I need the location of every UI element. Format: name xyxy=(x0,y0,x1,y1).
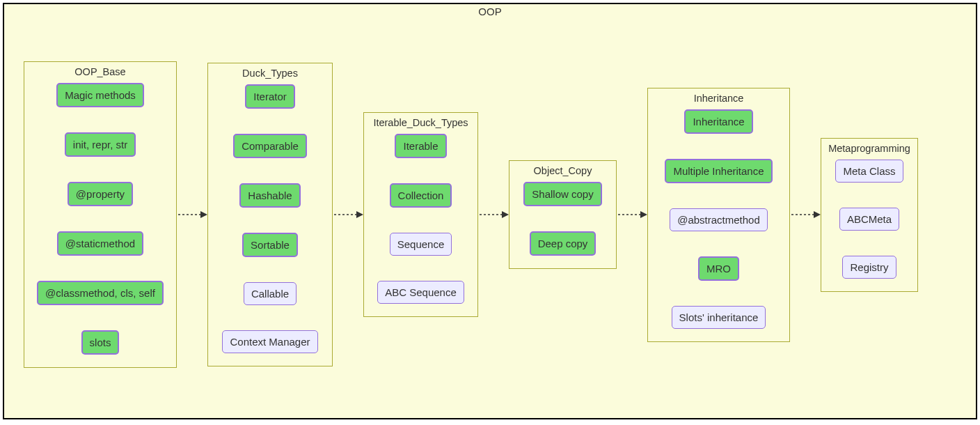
node-deep-copy[interactable]: Deep copy xyxy=(530,231,596,256)
node-hashable[interactable]: Hashable xyxy=(239,183,300,208)
node-iterator[interactable]: Iterator xyxy=(245,84,295,109)
col-metaprogramming: Metaprogramming Meta Class ABCMeta Regis… xyxy=(821,138,918,292)
node-meta-class[interactable]: Meta Class xyxy=(835,160,903,183)
group-object-copy: Object_Copy Shallow copy Deep copy xyxy=(509,160,617,269)
node-slots-inheritance[interactable]: Slots' inheritance xyxy=(672,306,766,329)
node-sortable[interactable]: Sortable xyxy=(242,233,298,257)
arrow-icon xyxy=(478,208,509,222)
svg-marker-1 xyxy=(200,211,207,218)
group-title-object-copy: Object_Copy xyxy=(509,165,616,176)
node-abstractmethod[interactable]: @abstractmethod xyxy=(670,208,768,231)
node-mro[interactable]: MRO xyxy=(698,256,739,281)
node-registry[interactable]: Registry xyxy=(842,256,896,279)
node-classmethod-cls-self[interactable]: @classmethod, cls, self xyxy=(37,281,164,305)
node-iterable[interactable]: Iterable xyxy=(395,134,446,158)
group-metaprogramming: Metaprogramming Meta Class ABCMeta Regis… xyxy=(821,138,918,292)
group-title-iterable-duck-types: Iterable_Duck_Types xyxy=(364,117,477,128)
outer-container: OOP OOP_Base Magic methods init, repr, s… xyxy=(3,3,977,419)
node-staticmethod[interactable]: @staticmethod xyxy=(57,231,143,256)
group-title-inheritance: Inheritance xyxy=(648,93,789,104)
group-inheritance: Inheritance Inheritance Multiple Inherit… xyxy=(647,88,790,342)
col-oop-base: OOP_Base Magic methods init, repr, str @… xyxy=(24,61,177,368)
group-duck-types: Duck_Types Iterator Comparable Hashable … xyxy=(207,63,333,366)
group-title-duck-types: Duck_Types xyxy=(208,68,332,79)
node-multiple-inheritance[interactable]: Multiple Inheritance xyxy=(665,159,772,183)
col-iterable-duck-types: Iterable_Duck_Types Iterable Collection … xyxy=(363,112,478,317)
col-inheritance: Inheritance Inheritance Multiple Inherit… xyxy=(647,88,790,342)
arrow-icon xyxy=(617,208,647,222)
groups-row: OOP_Base Magic methods init, repr, str @… xyxy=(4,20,976,410)
svg-marker-3 xyxy=(356,211,363,218)
svg-marker-9 xyxy=(814,211,821,218)
node-abc-sequence[interactable]: ABC Sequence xyxy=(377,281,464,304)
group-oop-base: OOP_Base Magic methods init, repr, str @… xyxy=(24,61,177,368)
node-init-repr-str[interactable]: init, repr, str xyxy=(65,132,136,157)
node-shallow-copy[interactable]: Shallow copy xyxy=(523,182,601,206)
arrow-icon xyxy=(177,208,207,222)
node-collection[interactable]: Collection xyxy=(390,183,452,208)
node-context-manager[interactable]: Context Manager xyxy=(222,330,317,353)
svg-marker-7 xyxy=(640,211,647,218)
node-inheritance-item[interactable]: Inheritance xyxy=(684,109,752,134)
col-object-copy: Object_Copy Shallow copy Deep copy xyxy=(509,160,617,269)
svg-marker-5 xyxy=(502,211,509,218)
outer-title: OOP xyxy=(4,6,976,17)
node-sequence[interactable]: Sequence xyxy=(390,233,452,256)
node-magic-methods[interactable]: Magic methods xyxy=(56,83,144,107)
arrow-icon xyxy=(333,208,363,222)
group-title-oop-base: OOP_Base xyxy=(24,66,176,77)
node-comparable[interactable]: Comparable xyxy=(233,134,307,158)
arrow-icon xyxy=(790,208,821,222)
col-duck-types: Duck_Types Iterator Comparable Hashable … xyxy=(207,63,333,366)
group-iterable-duck-types: Iterable_Duck_Types Iterable Collection … xyxy=(363,112,478,317)
group-title-metaprogramming: Metaprogramming xyxy=(821,143,917,154)
node-callable[interactable]: Callable xyxy=(244,282,297,305)
node-abcmeta[interactable]: ABCMeta xyxy=(839,208,899,231)
node-property[interactable]: @property xyxy=(68,182,133,206)
node-slots[interactable]: slots xyxy=(81,330,120,355)
